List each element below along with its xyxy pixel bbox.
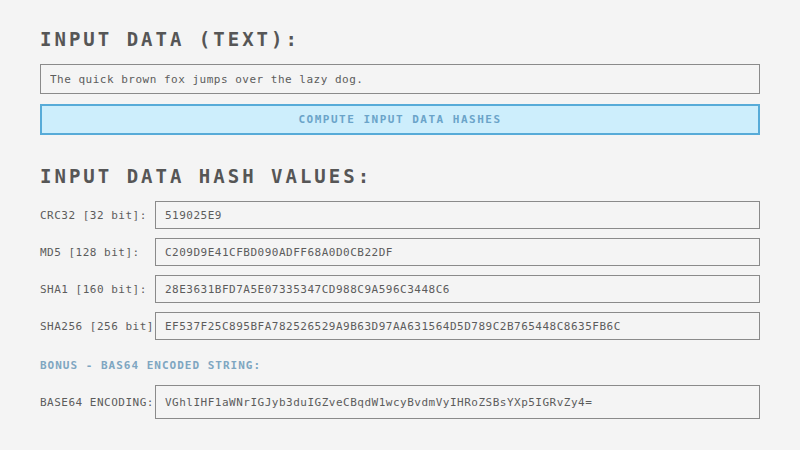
- hash-row-crc32: CRC32 [32 bit]:: [40, 201, 760, 229]
- hash-values-title: INPUT DATA HASH VALUES:: [40, 165, 760, 187]
- base64-label: BASE64 ENCODING:: [40, 396, 155, 409]
- hash-tool-page: INPUT DATA (TEXT): COMPUTE INPUT DATA HA…: [0, 0, 800, 450]
- hash-row-sha256: SHA256 [256 bit]:: [40, 312, 760, 340]
- hash-row-md5: MD5 [128 bit]:: [40, 238, 760, 266]
- bonus-base64-title: BONUS - BAS64 ENCODED STRING:: [40, 359, 760, 372]
- sha1-value-field[interactable]: [155, 275, 760, 303]
- base64-row: BASE64 ENCODING:: [40, 385, 760, 419]
- compute-hashes-button[interactable]: COMPUTE INPUT DATA HASHES: [40, 104, 760, 135]
- base64-value-field[interactable]: [155, 385, 760, 419]
- sha1-label: SHA1 [160 bit]:: [40, 283, 155, 296]
- hash-row-sha1: SHA1 [160 bit]:: [40, 275, 760, 303]
- md5-value-field[interactable]: [155, 238, 760, 266]
- sha256-value-field[interactable]: [155, 312, 760, 340]
- sha256-label: SHA256 [256 bit]:: [40, 320, 155, 333]
- crc32-value-field[interactable]: [155, 201, 760, 229]
- input-data-title: INPUT DATA (TEXT):: [40, 28, 760, 50]
- input-data-field[interactable]: [40, 64, 760, 94]
- md5-label: MD5 [128 bit]:: [40, 246, 155, 259]
- crc32-label: CRC32 [32 bit]:: [40, 209, 155, 222]
